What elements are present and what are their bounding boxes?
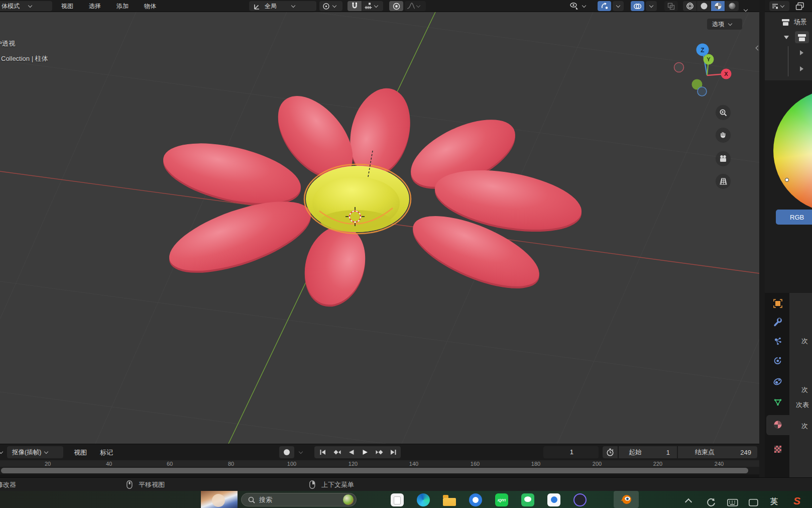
ruler-tick: 80 — [221, 461, 241, 467]
browser-360-icon[interactable] — [469, 493, 482, 506]
gizmos-toggle-button[interactable] — [598, 1, 611, 11]
color-wheel-cursor[interactable] — [785, 178, 789, 182]
auto-keying-button[interactable] — [279, 446, 294, 458]
mode-dropdown[interactable]: 体模式 — [0, 1, 52, 11]
search-icon — [248, 496, 255, 503]
ruler-tick: 60 — [160, 461, 180, 467]
menu-add[interactable]: 添加 — [111, 0, 134, 12]
axis-neg-z-ball[interactable] — [698, 87, 707, 96]
keying-dropdown[interactable]: 抠像(插帧) — [7, 446, 63, 458]
jump-to-start-button[interactable] — [316, 449, 329, 456]
use-preview-range-button[interactable] — [603, 446, 618, 458]
timeline-scrollbar-track[interactable] — [0, 467, 759, 474]
iqiyi-icon[interactable]: iQIYI — [495, 493, 508, 506]
keyboard-icon[interactable] — [727, 499, 738, 506]
disclosure-collapsed-icon[interactable] — [800, 50, 803, 55]
sync-icon[interactable] — [706, 497, 716, 507]
axis-x-label: X — [724, 71, 728, 77]
snap-toggle-button[interactable] — [347, 1, 362, 11]
prev-keyframe-icon — [333, 449, 341, 455]
chevron-down-icon — [728, 21, 732, 25]
play-button[interactable] — [359, 449, 372, 456]
constraints-tab-icon[interactable] — [773, 377, 782, 386]
proportional-edit-button[interactable] — [389, 1, 403, 11]
falloff-dropdown[interactable] — [405, 1, 426, 11]
menu-select[interactable]: 选择 — [84, 0, 106, 12]
view-navigation-gizmo[interactable]: Y Z X — [670, 39, 746, 99]
next-keyframe-button[interactable] — [373, 449, 386, 456]
pointer-eye-icon — [569, 2, 579, 11]
status-pan-label: 平移视图 — [139, 480, 165, 489]
menu-object[interactable]: 物体 — [139, 0, 161, 12]
folder-icon[interactable] — [443, 493, 456, 506]
frame-end-field[interactable]: 结束点 249 — [678, 446, 757, 458]
s-app-tray-icon[interactable]: S — [793, 495, 800, 507]
outliner-filter-dropdown[interactable] — [769, 1, 789, 11]
timeline-menu-marker[interactable]: 标记 — [95, 444, 118, 456]
edge-browser-icon[interactable] — [417, 493, 430, 506]
meeting-app-icon[interactable] — [547, 493, 560, 506]
pan-button[interactable] — [716, 128, 731, 143]
shading-wireframe-button[interactable] — [683, 1, 697, 11]
overlays-toggle-button[interactable] — [631, 1, 644, 11]
zoom-button[interactable] — [716, 105, 731, 120]
shading-rendered-button[interactable] — [725, 1, 739, 11]
shading-dropdown[interactable] — [744, 4, 747, 13]
chevron-down-icon — [374, 3, 378, 7]
ortho-toggle-button[interactable] — [716, 174, 731, 189]
frame-start-field[interactable]: 起始 1 — [619, 446, 677, 458]
editor-type-chevron-icon[interactable] — [0, 450, 3, 454]
taskbar-search-box[interactable]: 搜索 — [241, 493, 357, 506]
timeline-menu-view[interactable]: 视图 — [69, 444, 91, 456]
gizmos-dropdown[interactable] — [613, 1, 624, 11]
viewport-header: 体模式 视图 选择 添加 物体 全局 — [0, 0, 759, 12]
disclosure-collapsed-icon[interactable] — [800, 66, 803, 71]
pivot-point-dropdown[interactable] — [319, 1, 342, 11]
wechat-icon[interactable] — [521, 493, 534, 506]
collection-box-icon — [797, 33, 806, 42]
ime-indicator[interactable]: 英 — [770, 497, 778, 506]
flower-model[interactable] — [158, 81, 586, 314]
shading-material-button[interactable] — [711, 1, 725, 11]
jump-to-end-button[interactable] — [387, 449, 400, 456]
prev-keyframe-button[interactable] — [330, 449, 343, 456]
start-value: 1 — [666, 449, 670, 456]
play-reverse-button[interactable] — [344, 449, 358, 456]
blender-taskbar-button[interactable] — [614, 491, 639, 508]
object-data-tab-icon[interactable] — [773, 398, 782, 407]
physics-tab-icon[interactable] — [773, 356, 782, 365]
object-properties-tab-icon[interactable] — [773, 299, 782, 308]
current-frame-field[interactable]: 1 — [543, 446, 599, 458]
timeline-scrollbar-thumb[interactable] — [1, 468, 748, 473]
xray-toggle-button[interactable] — [664, 1, 678, 11]
search-highlight-icon[interactable] — [343, 494, 354, 505]
outliner-row-scene[interactable]: 场景 — [765, 16, 812, 28]
material-tab-icon[interactable] — [773, 420, 782, 429]
axis-neg-x-ball[interactable] — [674, 63, 684, 72]
viewport-options-button[interactable]: 选项 — [707, 19, 742, 30]
particles-tab-icon[interactable] — [773, 337, 782, 346]
rgb-label: RGB — [790, 214, 804, 221]
touchpad-icon[interactable] — [749, 499, 758, 506]
taskbar-avatar[interactable] — [201, 491, 238, 508]
outliner-row-collection[interactable] — [765, 30, 812, 44]
overlays-dropdown[interactable] — [646, 1, 657, 11]
snap-with-dropdown[interactable] — [362, 1, 383, 11]
disclosure-expanded-icon[interactable] — [784, 36, 789, 39]
dark-app-icon[interactable] — [573, 493, 587, 506]
editor-divider — [759, 0, 765, 477]
shading-solid-button[interactable] — [697, 1, 711, 11]
viewport-3d-scene[interactable] — [0, 12, 759, 444]
chevron-down-icon[interactable] — [299, 450, 303, 454]
camera-icon — [719, 155, 728, 163]
camera-view-button[interactable] — [716, 151, 731, 166]
file-explorer-icon[interactable] — [391, 493, 404, 506]
ruler-tick: 120 — [343, 461, 363, 467]
transform-orientation-dropdown[interactable]: 全局 — [249, 1, 316, 11]
visibility-dropdown[interactable] — [569, 1, 586, 11]
menu-view[interactable]: 视图 — [56, 0, 78, 12]
rgb-tab-button[interactable]: RGB — [776, 210, 812, 225]
texture-tab-icon[interactable] — [773, 445, 782, 454]
playback-controls — [314, 446, 401, 458]
modifiers-tab-icon[interactable] — [773, 318, 782, 327]
